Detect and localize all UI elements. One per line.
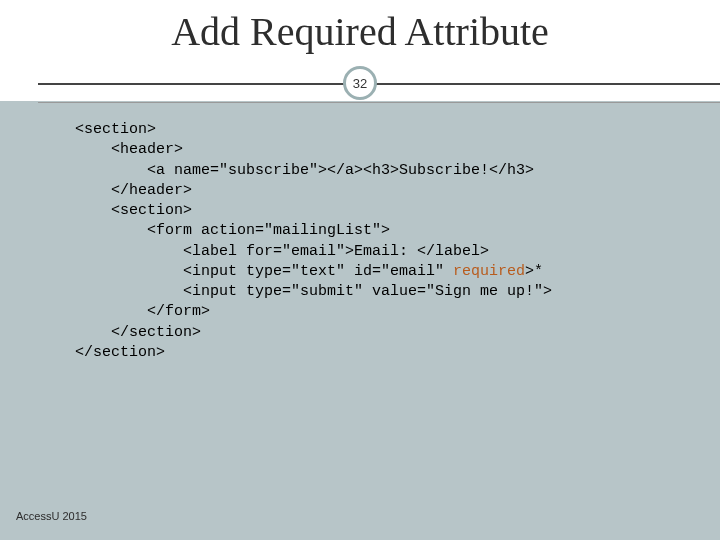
code-line: <input type="submit" value="Sign me up!"… — [75, 283, 552, 300]
footer-text: AccessU 2015 — [16, 510, 87, 522]
code-line: <section> — [75, 121, 156, 138]
slide-number-badge: 32 — [343, 66, 377, 100]
divider-wrap: 32 — [0, 65, 720, 101]
code-line: <a name="subscribe"></a><h3>Subscribe!</… — [75, 162, 534, 179]
slide: Add Required Attribute 32 <section> <hea… — [0, 0, 720, 540]
code-line: </header> — [75, 182, 192, 199]
title-area: Add Required Attribute 32 — [0, 0, 720, 101]
code-line: <label for="email">Email: </label> — [75, 243, 489, 260]
code-line: <form action="mailingList"> — [75, 222, 390, 239]
code-block: <section> <header> <a name="subscribe"><… — [75, 120, 680, 363]
code-line: </section> — [75, 324, 201, 341]
code-line: >* — [525, 263, 543, 280]
divider-line — [38, 83, 720, 85]
slide-title: Add Required Attribute — [0, 8, 720, 55]
code-line: </form> — [75, 303, 210, 320]
code-line: <section> — [75, 202, 192, 219]
divider-line-thin — [38, 102, 720, 103]
code-line: <input type="text" id="email" — [75, 263, 453, 280]
code-highlight: required — [453, 263, 525, 280]
code-line: </section> — [75, 344, 165, 361]
code-line: <header> — [75, 141, 183, 158]
